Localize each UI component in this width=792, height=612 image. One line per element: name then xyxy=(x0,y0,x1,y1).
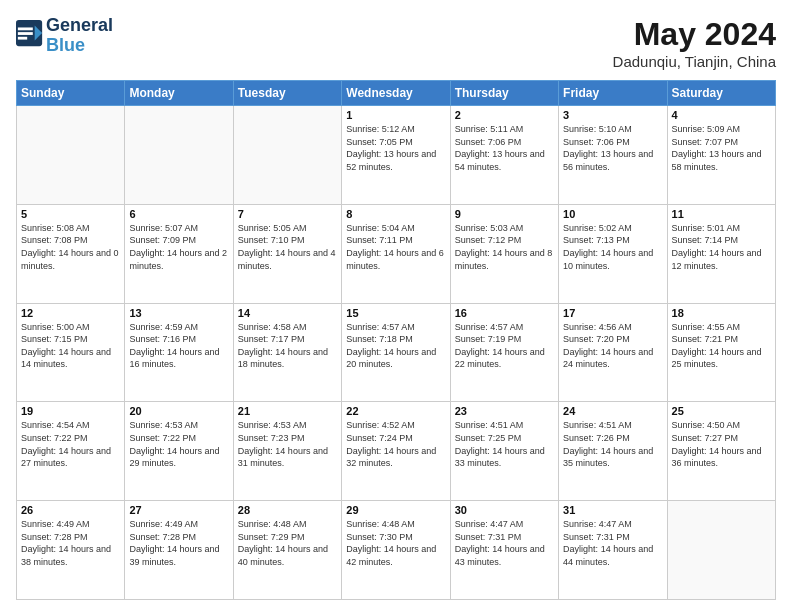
logo-icon xyxy=(16,20,44,48)
day-number: 26 xyxy=(21,504,120,516)
day-info: Sunrise: 4:54 AM Sunset: 7:22 PM Dayligh… xyxy=(21,419,120,469)
day-info: Sunrise: 5:09 AM Sunset: 7:07 PM Dayligh… xyxy=(672,123,771,173)
day-info: Sunrise: 5:11 AM Sunset: 7:06 PM Dayligh… xyxy=(455,123,554,173)
day-cell: 11Sunrise: 5:01 AM Sunset: 7:14 PM Dayli… xyxy=(667,204,775,303)
day-number: 17 xyxy=(563,307,662,319)
day-number: 18 xyxy=(672,307,771,319)
day-info: Sunrise: 5:02 AM Sunset: 7:13 PM Dayligh… xyxy=(563,222,662,272)
day-info: Sunrise: 4:47 AM Sunset: 7:31 PM Dayligh… xyxy=(455,518,554,568)
weekday-wednesday: Wednesday xyxy=(342,81,450,106)
day-cell: 17Sunrise: 4:56 AM Sunset: 7:20 PM Dayli… xyxy=(559,303,667,402)
weekday-sunday: Sunday xyxy=(17,81,125,106)
day-info: Sunrise: 5:04 AM Sunset: 7:11 PM Dayligh… xyxy=(346,222,445,272)
day-cell: 23Sunrise: 4:51 AM Sunset: 7:25 PM Dayli… xyxy=(450,402,558,501)
day-info: Sunrise: 4:47 AM Sunset: 7:31 PM Dayligh… xyxy=(563,518,662,568)
week-row-4: 19Sunrise: 4:54 AM Sunset: 7:22 PM Dayli… xyxy=(17,402,776,501)
day-cell: 24Sunrise: 4:51 AM Sunset: 7:26 PM Dayli… xyxy=(559,402,667,501)
day-info: Sunrise: 4:56 AM Sunset: 7:20 PM Dayligh… xyxy=(563,321,662,371)
day-number: 15 xyxy=(346,307,445,319)
day-cell: 14Sunrise: 4:58 AM Sunset: 7:17 PM Dayli… xyxy=(233,303,341,402)
day-info: Sunrise: 4:52 AM Sunset: 7:24 PM Dayligh… xyxy=(346,419,445,469)
day-info: Sunrise: 4:53 AM Sunset: 7:22 PM Dayligh… xyxy=(129,419,228,469)
weekday-saturday: Saturday xyxy=(667,81,775,106)
day-cell: 26Sunrise: 4:49 AM Sunset: 7:28 PM Dayli… xyxy=(17,501,125,600)
day-cell: 13Sunrise: 4:59 AM Sunset: 7:16 PM Dayli… xyxy=(125,303,233,402)
week-row-5: 26Sunrise: 4:49 AM Sunset: 7:28 PM Dayli… xyxy=(17,501,776,600)
logo-text: General Blue xyxy=(46,16,113,56)
weekday-thursday: Thursday xyxy=(450,81,558,106)
day-cell: 18Sunrise: 4:55 AM Sunset: 7:21 PM Dayli… xyxy=(667,303,775,402)
day-cell: 8Sunrise: 5:04 AM Sunset: 7:11 PM Daylig… xyxy=(342,204,450,303)
day-info: Sunrise: 4:53 AM Sunset: 7:23 PM Dayligh… xyxy=(238,419,337,469)
day-cell: 5Sunrise: 5:08 AM Sunset: 7:08 PM Daylig… xyxy=(17,204,125,303)
day-number: 2 xyxy=(455,109,554,121)
week-row-2: 5Sunrise: 5:08 AM Sunset: 7:08 PM Daylig… xyxy=(17,204,776,303)
subtitle: Dadunqiu, Tianjin, China xyxy=(613,53,776,70)
day-info: Sunrise: 4:48 AM Sunset: 7:29 PM Dayligh… xyxy=(238,518,337,568)
day-number: 9 xyxy=(455,208,554,220)
day-cell: 20Sunrise: 4:53 AM Sunset: 7:22 PM Dayli… xyxy=(125,402,233,501)
day-cell: 21Sunrise: 4:53 AM Sunset: 7:23 PM Dayli… xyxy=(233,402,341,501)
day-cell: 27Sunrise: 4:49 AM Sunset: 7:28 PM Dayli… xyxy=(125,501,233,600)
day-number: 8 xyxy=(346,208,445,220)
day-cell xyxy=(233,106,341,205)
day-cell: 15Sunrise: 4:57 AM Sunset: 7:18 PM Dayli… xyxy=(342,303,450,402)
day-cell: 3Sunrise: 5:10 AM Sunset: 7:06 PM Daylig… xyxy=(559,106,667,205)
week-row-1: 1Sunrise: 5:12 AM Sunset: 7:05 PM Daylig… xyxy=(17,106,776,205)
day-cell xyxy=(125,106,233,205)
day-info: Sunrise: 5:12 AM Sunset: 7:05 PM Dayligh… xyxy=(346,123,445,173)
day-number: 22 xyxy=(346,405,445,417)
title-block: May 2024 Dadunqiu, Tianjin, China xyxy=(613,16,776,70)
logo: General Blue xyxy=(16,16,113,56)
day-number: 31 xyxy=(563,504,662,516)
day-cell: 2Sunrise: 5:11 AM Sunset: 7:06 PM Daylig… xyxy=(450,106,558,205)
day-info: Sunrise: 5:05 AM Sunset: 7:10 PM Dayligh… xyxy=(238,222,337,272)
day-cell: 1Sunrise: 5:12 AM Sunset: 7:05 PM Daylig… xyxy=(342,106,450,205)
day-info: Sunrise: 5:03 AM Sunset: 7:12 PM Dayligh… xyxy=(455,222,554,272)
day-number: 23 xyxy=(455,405,554,417)
day-info: Sunrise: 5:01 AM Sunset: 7:14 PM Dayligh… xyxy=(672,222,771,272)
day-info: Sunrise: 5:07 AM Sunset: 7:09 PM Dayligh… xyxy=(129,222,228,272)
day-number: 4 xyxy=(672,109,771,121)
logo-line2: Blue xyxy=(46,35,85,55)
day-number: 30 xyxy=(455,504,554,516)
day-number: 5 xyxy=(21,208,120,220)
header: General Blue May 2024 Dadunqiu, Tianjin,… xyxy=(16,16,776,70)
svg-rect-4 xyxy=(18,37,27,40)
day-number: 20 xyxy=(129,405,228,417)
svg-rect-2 xyxy=(18,27,33,30)
day-info: Sunrise: 5:00 AM Sunset: 7:15 PM Dayligh… xyxy=(21,321,120,371)
day-cell: 16Sunrise: 4:57 AM Sunset: 7:19 PM Dayli… xyxy=(450,303,558,402)
day-cell: 31Sunrise: 4:47 AM Sunset: 7:31 PM Dayli… xyxy=(559,501,667,600)
day-number: 21 xyxy=(238,405,337,417)
day-cell: 29Sunrise: 4:48 AM Sunset: 7:30 PM Dayli… xyxy=(342,501,450,600)
day-number: 16 xyxy=(455,307,554,319)
day-info: Sunrise: 4:58 AM Sunset: 7:17 PM Dayligh… xyxy=(238,321,337,371)
day-info: Sunrise: 4:49 AM Sunset: 7:28 PM Dayligh… xyxy=(21,518,120,568)
day-number: 27 xyxy=(129,504,228,516)
main-title: May 2024 xyxy=(613,16,776,53)
day-number: 13 xyxy=(129,307,228,319)
day-info: Sunrise: 4:59 AM Sunset: 7:16 PM Dayligh… xyxy=(129,321,228,371)
day-cell: 22Sunrise: 4:52 AM Sunset: 7:24 PM Dayli… xyxy=(342,402,450,501)
day-number: 14 xyxy=(238,307,337,319)
calendar-table: SundayMondayTuesdayWednesdayThursdayFrid… xyxy=(16,80,776,600)
day-info: Sunrise: 4:48 AM Sunset: 7:30 PM Dayligh… xyxy=(346,518,445,568)
day-number: 6 xyxy=(129,208,228,220)
day-cell: 10Sunrise: 5:02 AM Sunset: 7:13 PM Dayli… xyxy=(559,204,667,303)
day-number: 7 xyxy=(238,208,337,220)
day-info: Sunrise: 4:51 AM Sunset: 7:26 PM Dayligh… xyxy=(563,419,662,469)
day-cell: 28Sunrise: 4:48 AM Sunset: 7:29 PM Dayli… xyxy=(233,501,341,600)
day-cell: 7Sunrise: 5:05 AM Sunset: 7:10 PM Daylig… xyxy=(233,204,341,303)
logo-line1: General xyxy=(46,16,113,36)
day-number: 3 xyxy=(563,109,662,121)
day-number: 1 xyxy=(346,109,445,121)
day-info: Sunrise: 4:57 AM Sunset: 7:18 PM Dayligh… xyxy=(346,321,445,371)
day-info: Sunrise: 4:57 AM Sunset: 7:19 PM Dayligh… xyxy=(455,321,554,371)
day-info: Sunrise: 4:49 AM Sunset: 7:28 PM Dayligh… xyxy=(129,518,228,568)
day-cell: 12Sunrise: 5:00 AM Sunset: 7:15 PM Dayli… xyxy=(17,303,125,402)
day-number: 25 xyxy=(672,405,771,417)
day-number: 11 xyxy=(672,208,771,220)
weekday-header-row: SundayMondayTuesdayWednesdayThursdayFrid… xyxy=(17,81,776,106)
week-row-3: 12Sunrise: 5:00 AM Sunset: 7:15 PM Dayli… xyxy=(17,303,776,402)
